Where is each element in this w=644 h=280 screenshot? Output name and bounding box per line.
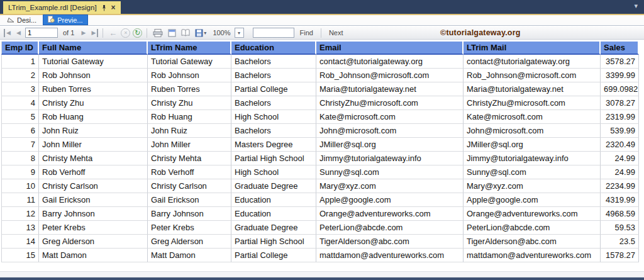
cell-full-name: Christy Mehta (39, 152, 148, 165)
print-button[interactable] (153, 29, 163, 37)
cell-sales: 23.5 (601, 235, 639, 249)
column-header-emp-id: Emp ID (1, 42, 39, 55)
cell-sales: 699.0982 (601, 82, 639, 96)
last-page-button[interactable]: ▶ (90, 29, 98, 37)
refresh-button[interactable]: ↻ (133, 28, 142, 38)
next-page-button[interactable]: ▶ (79, 29, 87, 37)
cell-emp-id: 13 (1, 221, 39, 235)
cell-sales: 2320.49 (601, 138, 639, 152)
cell-ltrim-name: John Ruiz (148, 124, 231, 138)
cell-email: Kate@microsoft.com (316, 110, 464, 124)
cell-emp-id: 15 (1, 249, 39, 262)
column-header-email: Email (316, 42, 464, 55)
cell-email: ChristyZhu@microsoft.com (316, 96, 464, 110)
cell-ltrim-name: Peter Krebs (148, 221, 231, 235)
cell-ltrim-mail: Orange@adventureworks.com (464, 207, 601, 221)
cell-ltrim-name: Greg Alderson (148, 235, 231, 249)
previous-page-button[interactable]: ◀ (14, 29, 23, 37)
column-header-education: Education (231, 42, 316, 55)
cell-emp-id: 3 (1, 82, 39, 96)
cell-ltrim-name: Rob Huang (148, 110, 231, 124)
cell-full-name: Gail Erickson (39, 193, 148, 207)
close-icon[interactable]: × (111, 4, 116, 11)
cell-emp-id: 6 (1, 124, 39, 138)
cell-ltrim-mail: mattdamon@adventureworks.com (464, 249, 601, 262)
column-header-full-name: Full Name (39, 42, 148, 55)
preview-icon (48, 16, 55, 24)
chevron-down-icon[interactable]: ▾ (634, 3, 638, 9)
export-button[interactable]: ▾ (195, 29, 206, 37)
cell-email: Sunny@sql.com (316, 165, 464, 179)
table-row: 2Rob JohnsonRob JohnsonBachelorsRob_John… (1, 69, 639, 82)
horizontal-scrollbar[interactable] (0, 271, 644, 277)
cell-sales: 4968.59 (601, 207, 639, 221)
cell-full-name: Tutorial Gateway (39, 55, 148, 69)
pin-icon[interactable] (101, 4, 107, 11)
cell-email: John@microsoft.com (316, 124, 464, 138)
cell-ltrim-mail: JMiller@sql.org (464, 138, 601, 152)
cell-ltrim-name: Matt Damon (148, 249, 231, 262)
table-row: 12Barry JohnsonBarry JohnsonEducationOra… (1, 207, 639, 221)
find-next-button[interactable]: Next (329, 29, 343, 36)
cell-ltrim-mail: contact@tutorialgateway.org (464, 55, 601, 69)
cell-education: Graduate Degree (231, 179, 316, 193)
report-viewer: Emp ID Full Name LTrim Name Education Em… (0, 40, 644, 271)
zoom-dropdown[interactable]: ▾ (235, 28, 244, 38)
cell-education: Education (231, 207, 316, 221)
cell-email: contact@tutorialgateway.org (316, 55, 464, 69)
cell-email: JMiller@sql.org (316, 138, 464, 152)
cell-sales: 3078.27 (601, 96, 639, 110)
back-button[interactable]: ← (109, 29, 117, 37)
cell-sales: 3578.27 (601, 55, 639, 69)
tab-design[interactable]: Desi... (3, 15, 41, 25)
preview-toolbar: ◀ ◀ of 1 ▶ ▶ ← × ↻ ▾ 100% ▾ Find Next (0, 26, 644, 40)
cell-ltrim-mail: Maria@tutorialgateway.net (464, 82, 601, 96)
first-page-button[interactable]: ◀ (4, 29, 12, 37)
cell-education: High School (231, 110, 316, 124)
cell-education: Graduate Degree (231, 221, 316, 235)
tab-preview[interactable]: Previe... (43, 14, 87, 25)
cell-sales: 539.99 (601, 124, 639, 138)
view-tab-strip: Desi... Previe... (0, 15, 644, 26)
cell-emp-id: 5 (1, 110, 39, 124)
cell-education: Bachelors (231, 96, 316, 110)
cell-ltrim-mail: ChristyZhu@microsoft.com (464, 96, 601, 110)
cell-email: mattdamon@adventureworks.com (316, 249, 464, 262)
cell-full-name: Rob Huang (39, 110, 148, 124)
column-header-sales: Sales (601, 42, 639, 55)
table-row: 14Greg AldersonGreg AldersonPartial High… (1, 235, 639, 249)
table-row: 7John MillerJohn MillerMasters DegreeJMi… (1, 138, 639, 152)
cell-ltrim-mail: PeterLion@abcde.com (464, 221, 601, 235)
cell-ltrim-name: Tutorial Gateway (148, 55, 231, 69)
print-layout-button[interactable] (168, 29, 176, 37)
cell-sales: 3399.99 (601, 69, 639, 82)
cell-full-name: Christy Zhu (39, 96, 148, 110)
cell-education: Bachelors (231, 69, 316, 82)
cell-emp-id: 8 (1, 152, 39, 165)
table-row: 5Rob HuangRob HuangHigh SchoolKate@micro… (1, 110, 639, 124)
page-number-input[interactable] (25, 28, 58, 38)
toolbar-separator (103, 28, 103, 38)
cell-ltrim-name: Christy Zhu (148, 96, 231, 110)
stop-button[interactable]: × (121, 28, 130, 38)
cell-full-name: Rob Johnson (39, 69, 148, 82)
column-header-ltrim-name: LTrim Name (148, 42, 231, 55)
cell-full-name: Greg Alderson (39, 235, 148, 249)
find-button[interactable]: Find (300, 29, 313, 36)
column-header-ltrim-mail: LTrim Mail (464, 42, 601, 55)
table-row: 9Rob VerhoffRob VerhoffHigh SchoolSunny@… (1, 165, 639, 179)
page-setup-button[interactable] (181, 29, 190, 36)
cell-education: Bachelors (231, 124, 316, 138)
cell-emp-id: 14 (1, 235, 39, 249)
search-input[interactable] (253, 28, 294, 38)
cell-email: Rob_Johnson@microsoft.com (316, 69, 464, 82)
cell-sales: 24.99 (601, 152, 639, 165)
cell-email: Mary@xyz.com (316, 179, 464, 193)
cell-emp-id: 2 (1, 69, 39, 82)
document-tab[interactable]: LTrim_Example.rdl [Design] × (3, 1, 121, 14)
cell-full-name: John Miller (39, 138, 148, 152)
cell-email: TigerAlderson@abc.com (316, 235, 464, 249)
cell-emp-id: 9 (1, 165, 39, 179)
export-dropdown-icon[interactable]: ▾ (204, 30, 206, 36)
table-row: 4Christy ZhuChristy ZhuBachelorsChristyZ… (1, 96, 639, 110)
